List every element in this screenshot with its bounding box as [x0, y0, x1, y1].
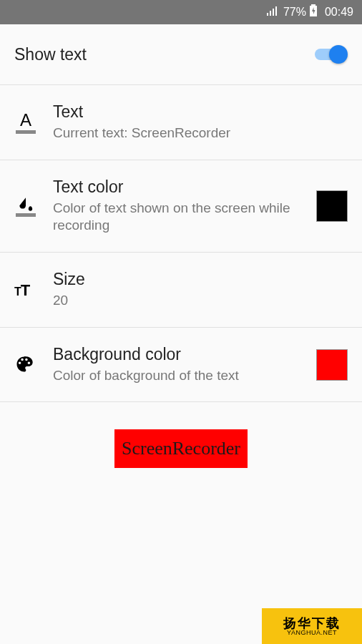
- fill-color-icon: [14, 196, 37, 217]
- bg-color-sub: Color of background of the text: [53, 367, 313, 385]
- watermark-zh: 扬华下载: [283, 617, 341, 630]
- bg-color-row[interactable]: Background color Color of background of …: [0, 328, 362, 403]
- battery-percentage: 77%: [283, 6, 306, 19]
- clock: 00:49: [325, 6, 353, 19]
- text-color-sub: Color of text shown on the screen while …: [53, 200, 313, 235]
- text-color-swatch: [316, 190, 348, 222]
- size-title: Size: [53, 270, 348, 289]
- watermark: 扬华下载 YANGHUA.NET: [262, 608, 362, 644]
- watermark-en: YANGHUA.NET: [283, 630, 341, 636]
- text-size-icon: TT: [14, 281, 29, 300]
- preview-area: ScreenRecorder: [0, 402, 362, 468]
- palette-icon: [14, 354, 34, 377]
- preview-text: ScreenRecorder: [114, 429, 248, 468]
- bg-color-swatch: [316, 349, 348, 381]
- text-color-row[interactable]: Text color Color of text shown on the sc…: [0, 160, 362, 253]
- signal-icon: [266, 6, 279, 19]
- show-text-row[interactable]: Show text: [0, 24, 362, 85]
- size-value: 20: [53, 292, 348, 310]
- text-color-title: Text color: [53, 177, 313, 197]
- show-text-label: Show text: [14, 45, 87, 64]
- text-sub: Current text: ScreenRecorder: [53, 125, 348, 142]
- text-title: Text: [53, 102, 348, 122]
- status-bar: 77% 00:49: [0, 0, 362, 24]
- text-row[interactable]: A Text Current text: ScreenRecorder: [0, 85, 362, 160]
- size-row[interactable]: TT Size 20: [0, 253, 362, 328]
- show-text-toggle[interactable]: [313, 44, 348, 64]
- battery-charging-icon: [309, 4, 318, 20]
- bg-color-title: Background color: [53, 345, 313, 364]
- text-icon: A: [14, 112, 37, 134]
